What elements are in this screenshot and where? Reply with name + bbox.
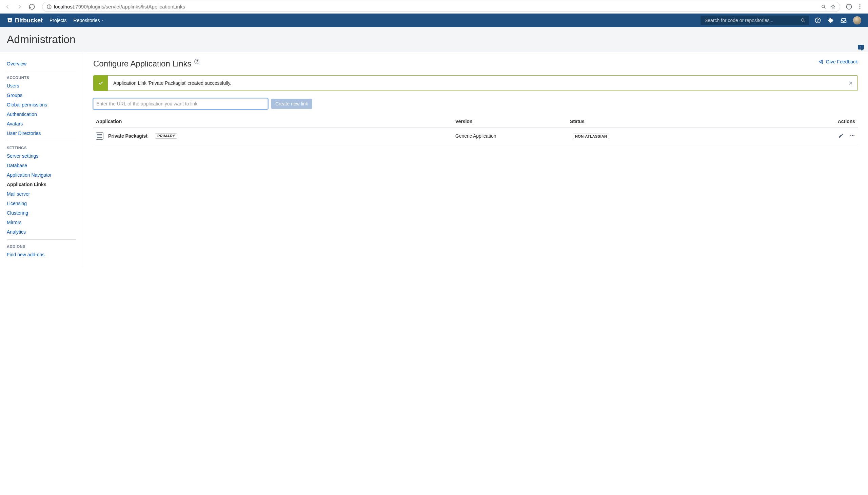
sidebar-item-app-navigator[interactable]: Application Navigator <box>7 170 76 180</box>
zoom-icon[interactable] <box>821 4 826 10</box>
browser-forward-button[interactable] <box>15 2 24 12</box>
bookmark-star-icon[interactable] <box>830 4 836 10</box>
sidebar-item-overview[interactable]: Overview <box>7 59 76 68</box>
nav-projects[interactable]: Projects <box>50 18 67 23</box>
pencil-icon <box>838 133 844 138</box>
svg-line-13 <box>804 21 805 22</box>
row-menu-button[interactable] <box>850 133 855 138</box>
svg-point-8 <box>860 4 861 5</box>
svg-point-15 <box>817 22 818 22</box>
help-hint-icon[interactable]: ? <box>194 59 199 64</box>
nav-repositories[interactable]: Repositories <box>73 18 105 23</box>
sidebar-section-addons: ADD-ONS <box>7 239 76 250</box>
admin-sidebar: Overview ACCOUNTS Users Groups Global pe… <box>0 52 83 266</box>
admin-header: Administration ! <box>0 27 868 52</box>
svg-point-10 <box>860 8 861 9</box>
success-check-icon <box>93 75 108 90</box>
url-path: :7990/plugins/servlet/applinks/listAppli… <box>74 4 185 10</box>
sidebar-item-licensing[interactable]: Licensing <box>7 199 76 208</box>
bitbucket-topnav: Bitbucket Projects Repositories <box>0 14 868 27</box>
ellipsis-icon <box>850 133 855 138</box>
link-url-input[interactable] <box>93 98 268 109</box>
megaphone-icon <box>818 59 824 64</box>
svg-point-17 <box>852 135 853 136</box>
svg-line-4 <box>824 7 825 8</box>
generic-app-icon <box>96 132 103 140</box>
svg-point-9 <box>860 6 861 7</box>
application-links-table: Application Version Status Actions Priva… <box>93 115 858 144</box>
svg-rect-11 <box>9 20 11 21</box>
sidebar-item-database[interactable]: Database <box>7 161 76 170</box>
help-icon[interactable] <box>814 17 821 24</box>
sidebar-item-authentication[interactable]: Authentication <box>7 109 76 119</box>
nav-repositories-label: Repositories <box>73 18 100 23</box>
svg-point-12 <box>801 19 804 21</box>
gear-icon[interactable] <box>827 17 834 24</box>
table-row: Private Packagist PRIMARY Generic Applic… <box>93 128 858 144</box>
close-icon <box>848 80 853 86</box>
sidebar-item-find-addons[interactable]: Find new add-ons <box>7 250 76 259</box>
sidebar-item-groups[interactable]: Groups <box>7 90 76 100</box>
app-version: Generic Application <box>453 128 567 144</box>
search-icon <box>800 18 806 23</box>
user-avatar[interactable] <box>853 16 861 24</box>
bitbucket-logo[interactable]: Bitbucket <box>7 17 43 24</box>
chevron-down-icon <box>101 19 104 22</box>
sidebar-item-avatars[interactable]: Avatars <box>7 119 76 129</box>
give-feedback-label: Give Feedback <box>826 59 858 64</box>
app-name: Private Packagist <box>108 133 148 139</box>
svg-point-7 <box>849 8 849 8</box>
col-actions: Actions <box>735 115 858 128</box>
sidebar-item-users[interactable]: Users <box>7 81 76 90</box>
browser-back-button[interactable] <box>3 2 12 12</box>
main-content: Configure Application Links ? Give Feedb… <box>83 52 868 266</box>
status-badge: NON-ATLASSIAN <box>573 134 609 139</box>
give-feedback-link[interactable]: Give Feedback <box>818 59 858 64</box>
success-banner: Application Link 'Private Packagist' cre… <box>93 75 858 91</box>
sidebar-section-settings: SETTINGS <box>7 141 76 151</box>
col-version: Version <box>453 115 567 128</box>
success-message: Application Link 'Private Packagist' cre… <box>108 75 844 90</box>
col-application: Application <box>93 115 453 128</box>
primary-badge: PRIMARY <box>155 133 177 139</box>
browser-address-bar[interactable]: localhost:7990/plugins/servlet/applinks/… <box>42 2 840 12</box>
new-link-form: Create new link <box>93 98 858 109</box>
sidebar-item-mirrors[interactable]: Mirrors <box>7 218 76 227</box>
sidebar-item-server-settings[interactable]: Server settings <box>7 151 76 161</box>
page-title: Configure Application Links ? <box>93 59 199 68</box>
col-status: Status <box>567 115 735 128</box>
bitbucket-logo-icon <box>7 17 13 23</box>
edit-link-button[interactable] <box>838 133 844 138</box>
feedback-flag-icon[interactable]: ! <box>858 45 864 50</box>
page-title-text: Configure Application Links <box>93 59 191 68</box>
url-host: localhost <box>54 4 74 10</box>
global-search-input[interactable] <box>704 17 797 23</box>
sidebar-item-app-links[interactable]: Application Links <box>7 180 76 189</box>
sidebar-item-mail-server[interactable]: Mail server <box>7 189 76 199</box>
svg-point-16 <box>850 135 851 136</box>
svg-point-18 <box>853 135 854 136</box>
create-new-link-button[interactable]: Create new link <box>271 99 312 109</box>
sidebar-item-user-directories[interactable]: User Directories <box>7 129 76 138</box>
svg-point-3 <box>822 5 824 8</box>
inbox-icon[interactable] <box>840 17 847 24</box>
extension-icon[interactable] <box>846 3 852 10</box>
info-icon <box>47 4 52 10</box>
banner-close-button[interactable] <box>844 75 857 90</box>
browser-reload-button[interactable] <box>27 2 37 12</box>
sidebar-item-analytics[interactable]: Analytics <box>7 227 76 237</box>
global-search[interactable] <box>700 16 809 25</box>
brand-text: Bitbucket <box>15 17 43 24</box>
sidebar-item-global-permissions[interactable]: Global permissions <box>7 100 76 109</box>
browser-chrome: localhost:7990/plugins/servlet/applinks/… <box>0 0 868 14</box>
sidebar-item-clustering[interactable]: Clustering <box>7 208 76 218</box>
sidebar-section-accounts: ACCOUNTS <box>7 75 76 81</box>
chrome-menu-icon[interactable] <box>856 3 863 10</box>
svg-point-2 <box>49 5 50 6</box>
admin-title: Administration <box>7 33 75 46</box>
